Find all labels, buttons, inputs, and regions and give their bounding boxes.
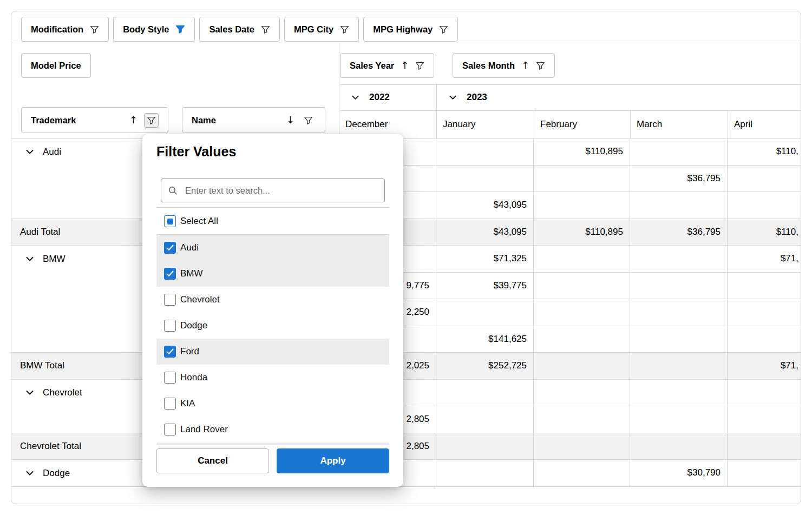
- field-button-mpg-highway[interactable]: MPG Highway: [363, 17, 458, 42]
- checkbox[interactable]: [164, 268, 176, 280]
- filter-icon[interactable]: [261, 25, 270, 34]
- chevron-down-icon[interactable]: [448, 93, 458, 103]
- filter-item-dodge[interactable]: Dodge: [156, 313, 389, 339]
- filter-item-label: BMW: [180, 268, 203, 279]
- checkbox[interactable]: [164, 398, 176, 410]
- cell: $36,795: [630, 219, 728, 246]
- chevron-down-icon[interactable]: [350, 93, 361, 103]
- filter-item-honda[interactable]: Honda: [156, 365, 389, 391]
- cell: [630, 406, 728, 433]
- field-button-sales-month[interactable]: Sales Month ↑: [453, 53, 555, 78]
- month-header-february: February: [534, 110, 630, 138]
- pivot-grid: Modification Body Style Sales Date MPG C…: [11, 11, 801, 504]
- filter-item-land-rover[interactable]: Land Rover: [156, 417, 389, 443]
- filter-icon[interactable]: [340, 25, 349, 34]
- field-label: MPG Highway: [373, 24, 433, 35]
- apply-button[interactable]: Apply: [277, 448, 389, 473]
- data-area: $110,895$110, $36,795 $43,095 $43,095$11…: [339, 138, 801, 487]
- cell: [728, 380, 801, 407]
- filter-icon[interactable]: [175, 24, 185, 34]
- filter-icon[interactable]: [415, 61, 424, 70]
- checkbox[interactable]: [164, 242, 176, 254]
- field-label: Sales Month: [462, 61, 515, 71]
- select-all-item[interactable]: Select All: [156, 208, 389, 234]
- cell: [534, 166, 630, 193]
- filter-item-kia[interactable]: KIA: [156, 391, 389, 417]
- cell: $71,: [728, 246, 801, 273]
- search-input[interactable]: [161, 179, 385, 202]
- cell: [534, 299, 630, 326]
- field-label: Sales Year: [350, 61, 394, 71]
- field-label: Trademark: [31, 115, 76, 126]
- cell: [728, 299, 801, 326]
- field-button-model-price[interactable]: Model Price: [21, 53, 91, 78]
- checkbox[interactable]: [164, 294, 176, 306]
- cell: [534, 192, 630, 219]
- table-row: 2,805: [339, 406, 801, 433]
- year-label: 2023: [467, 92, 487, 103]
- checkbox[interactable]: [164, 346, 176, 358]
- month-header-january: January: [437, 110, 534, 138]
- table-row: $141,625: [339, 326, 801, 353]
- chevron-down-icon[interactable]: [24, 468, 35, 479]
- search-icon: [168, 186, 178, 195]
- checkbox[interactable]: [164, 372, 176, 384]
- cancel-button[interactable]: Cancel: [156, 448, 269, 473]
- filter-item-ford[interactable]: Ford: [156, 339, 389, 365]
- row-group-label: BMW: [43, 254, 66, 265]
- filter-icon-button[interactable]: [144, 113, 159, 128]
- table-row: $110,895$110,: [339, 138, 801, 166]
- field-button-sales-date[interactable]: Sales Date: [199, 17, 279, 42]
- sort-up-icon: ↑: [129, 115, 137, 125]
- table-row: $30,790: [339, 460, 801, 487]
- cell: $71,325: [436, 246, 534, 273]
- cell: $39,775: [436, 273, 534, 300]
- table-row: $36,795: [339, 166, 801, 193]
- chevron-down-icon[interactable]: [24, 254, 35, 265]
- year-header-2023[interactable]: 2023: [437, 84, 801, 110]
- popup-buttons: Cancel Apply: [156, 448, 389, 473]
- chevron-down-icon[interactable]: [24, 147, 35, 157]
- filter-icon[interactable]: [90, 25, 99, 34]
- cell: [630, 299, 728, 326]
- field-button-modification[interactable]: Modification: [21, 17, 109, 42]
- filter-values-list: Select All Audi BMW Chevrolet Dodge Ford…: [156, 208, 389, 445]
- field-button-name[interactable]: Name ↓: [182, 107, 325, 133]
- field-button-mpg-city[interactable]: MPG City: [284, 17, 359, 42]
- filter-icon[interactable]: [439, 25, 448, 34]
- select-all-label: Select All: [180, 216, 218, 227]
- field-button-sales-year[interactable]: Sales Year ↑: [340, 53, 434, 78]
- filter-fields-area: Modification Body Style Sales Date MPG C…: [21, 17, 458, 42]
- filter-icon[interactable]: [536, 61, 545, 70]
- table-row: [339, 380, 801, 407]
- cell: [630, 380, 728, 407]
- field-button-trademark[interactable]: Trademark ↑: [21, 107, 168, 133]
- field-label: Name: [192, 115, 216, 126]
- month-label: February: [540, 119, 577, 130]
- filter-icon-button[interactable]: [301, 113, 316, 128]
- table-row: $71,325$71,: [339, 246, 801, 273]
- search-box: [161, 179, 385, 202]
- checkbox[interactable]: [164, 320, 176, 332]
- checkbox[interactable]: [164, 424, 176, 435]
- row-group-label: Audi: [43, 147, 61, 157]
- cell: [534, 326, 630, 353]
- cell: [436, 380, 534, 407]
- table-row: $43,095: [339, 192, 801, 219]
- year-header-2022[interactable]: 2022: [339, 84, 436, 110]
- chevron-down-icon[interactable]: [24, 387, 35, 398]
- filter-item-label: KIA: [180, 398, 195, 409]
- sort-up-icon: ↑: [401, 61, 409, 70]
- filter-item-bmw[interactable]: BMW: [156, 261, 389, 287]
- filter-item-chevrolet[interactable]: Chevrolet: [156, 287, 389, 313]
- cell: $43,095: [436, 192, 534, 219]
- filter-item-audi[interactable]: Audi: [156, 235, 389, 261]
- popup-title: Filter Values: [156, 144, 236, 160]
- cell: $110,895: [534, 138, 630, 166]
- cell: [728, 273, 801, 300]
- filter-item-label: Chevrolet: [180, 294, 220, 305]
- select-all-checkbox[interactable]: [164, 215, 176, 227]
- table-row: 9,775$39,775: [339, 273, 801, 300]
- field-label: Sales Date: [209, 24, 254, 35]
- field-button-body-style[interactable]: Body Style: [113, 17, 195, 42]
